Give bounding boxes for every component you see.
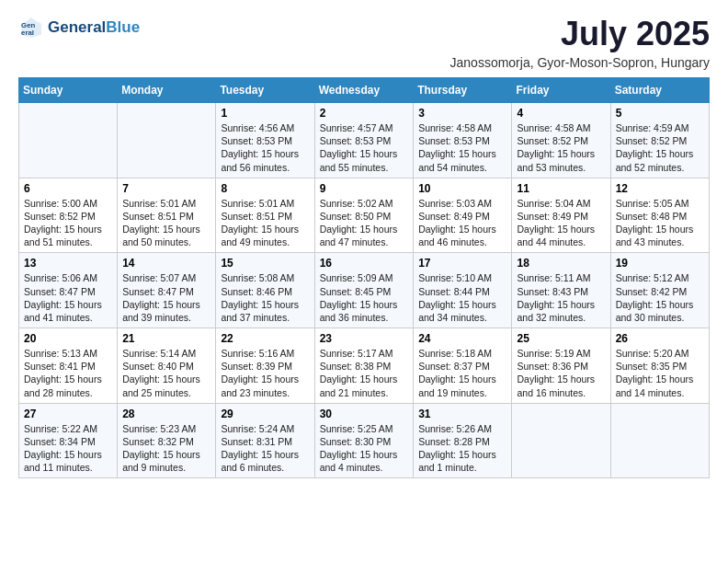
cell-content: Sunrise: 5:08 AMSunset: 8:46 PMDaylight:…	[221, 271, 309, 324]
cell-content: Sunrise: 4:58 AMSunset: 8:52 PMDaylight:…	[517, 121, 605, 174]
cell-content: Sunrise: 5:04 AMSunset: 8:49 PMDaylight:…	[517, 197, 605, 249]
calendar-cell: 1Sunrise: 4:56 AMSunset: 8:53 PMDaylight…	[216, 103, 314, 178]
calendar-cell	[118, 103, 216, 178]
calendar-cell: 23Sunrise: 5:17 AMSunset: 8:38 PMDayligh…	[314, 328, 414, 404]
cell-content: Sunrise: 4:57 AMSunset: 8:53 PMDaylight:…	[320, 121, 409, 174]
calendar-cell: 8Sunrise: 5:01 AMSunset: 8:51 PMDaylight…	[216, 178, 314, 253]
logo: Gen eral GeneralBlue	[18, 15, 140, 40]
column-header-saturday: Saturday	[610, 78, 709, 103]
calendar-cell: 26Sunrise: 5:20 AMSunset: 8:35 PMDayligh…	[610, 328, 709, 404]
day-number: 6	[24, 182, 112, 195]
day-number: 7	[122, 182, 210, 195]
column-header-monday: Monday	[118, 78, 216, 103]
cell-content: Sunrise: 5:18 AMSunset: 8:37 PMDaylight:…	[418, 347, 506, 399]
cell-content: Sunrise: 5:20 AMSunset: 8:35 PMDaylight:…	[616, 347, 704, 399]
calendar-cell: 29Sunrise: 5:24 AMSunset: 8:31 PMDayligh…	[216, 403, 314, 478]
cell-content: Sunrise: 5:10 AMSunset: 8:44 PMDaylight:…	[418, 271, 506, 324]
calendar-cell: 3Sunrise: 4:58 AMSunset: 8:53 PMDaylight…	[414, 103, 512, 178]
day-number: 4	[517, 107, 605, 120]
day-number: 31	[418, 408, 506, 420]
cell-content: Sunrise: 5:22 AMSunset: 8:34 PMDaylight:…	[24, 422, 112, 475]
calendar-week-2: 6Sunrise: 5:00 AMSunset: 8:52 PMDaylight…	[19, 178, 710, 253]
cell-content: Sunrise: 5:01 AMSunset: 8:51 PMDaylight:…	[221, 197, 309, 249]
calendar-cell: 11Sunrise: 5:04 AMSunset: 8:49 PMDayligh…	[512, 178, 610, 253]
day-number: 10	[418, 182, 506, 195]
cell-content: Sunrise: 5:26 AMSunset: 8:28 PMDaylight:…	[418, 422, 506, 475]
day-number: 18	[517, 257, 605, 270]
calendar-cell: 25Sunrise: 5:19 AMSunset: 8:36 PMDayligh…	[512, 328, 610, 404]
day-number: 29	[221, 408, 309, 420]
column-header-sunday: Sunday	[19, 78, 118, 103]
day-number: 30	[320, 408, 409, 420]
cell-content: Sunrise: 5:01 AMSunset: 8:51 PMDaylight:…	[122, 197, 210, 249]
day-number: 8	[221, 182, 309, 195]
day-number: 9	[320, 182, 409, 195]
calendar-cell	[610, 403, 709, 478]
cell-content: Sunrise: 5:17 AMSunset: 8:38 PMDaylight:…	[320, 347, 409, 399]
calendar-body: 1Sunrise: 4:56 AMSunset: 8:53 PMDaylight…	[19, 103, 710, 478]
calendar-cell	[512, 403, 610, 478]
day-number: 20	[24, 332, 112, 345]
cell-content: Sunrise: 5:03 AMSunset: 8:49 PMDaylight:…	[418, 197, 506, 249]
calendar-cell: 31Sunrise: 5:26 AMSunset: 8:28 PMDayligh…	[414, 403, 512, 478]
day-number: 2	[320, 107, 409, 120]
day-number: 28	[122, 408, 210, 420]
cell-content: Sunrise: 5:13 AMSunset: 8:41 PMDaylight:…	[24, 347, 112, 399]
calendar-cell: 15Sunrise: 5:08 AMSunset: 8:46 PMDayligh…	[216, 253, 314, 328]
day-number: 25	[517, 332, 605, 345]
calendar-week-4: 20Sunrise: 5:13 AMSunset: 8:41 PMDayligh…	[19, 328, 710, 404]
calendar-header: SundayMondayTuesdayWednesdayThursdayFrid…	[19, 78, 710, 103]
calendar-week-3: 13Sunrise: 5:06 AMSunset: 8:47 PMDayligh…	[19, 253, 710, 328]
day-number: 14	[122, 257, 210, 270]
day-number: 23	[320, 332, 409, 345]
day-number: 16	[320, 257, 409, 270]
cell-content: Sunrise: 4:58 AMSunset: 8:53 PMDaylight:…	[418, 121, 506, 174]
day-number: 1	[221, 107, 309, 120]
day-number: 15	[221, 257, 309, 270]
cell-content: Sunrise: 5:24 AMSunset: 8:31 PMDaylight:…	[221, 422, 309, 475]
cell-content: Sunrise: 5:02 AMSunset: 8:50 PMDaylight:…	[320, 197, 409, 249]
calendar-cell: 13Sunrise: 5:06 AMSunset: 8:47 PMDayligh…	[19, 253, 118, 328]
day-number: 17	[418, 257, 506, 270]
title-block: July 2025 Janossomorja, Gyor-Moson-Sopro…	[450, 15, 710, 70]
calendar-cell	[19, 103, 118, 178]
day-number: 5	[616, 107, 704, 120]
calendar-cell: 22Sunrise: 5:16 AMSunset: 8:39 PMDayligh…	[216, 328, 314, 404]
calendar-week-1: 1Sunrise: 4:56 AMSunset: 8:53 PMDaylight…	[19, 103, 710, 178]
cell-content: Sunrise: 5:19 AMSunset: 8:36 PMDaylight:…	[517, 347, 605, 399]
day-number: 19	[616, 257, 704, 270]
cell-content: Sunrise: 5:23 AMSunset: 8:32 PMDaylight:…	[122, 422, 210, 475]
month-title: July 2025	[450, 15, 710, 53]
cell-content: Sunrise: 4:56 AMSunset: 8:53 PMDaylight:…	[221, 121, 309, 174]
day-number: 22	[221, 332, 309, 345]
day-number: 21	[122, 332, 210, 345]
day-number: 12	[616, 182, 704, 195]
cell-content: Sunrise: 5:11 AMSunset: 8:43 PMDaylight:…	[517, 271, 605, 324]
column-header-tuesday: Tuesday	[216, 78, 314, 103]
cell-content: Sunrise: 5:16 AMSunset: 8:39 PMDaylight:…	[221, 347, 309, 399]
calendar-cell: 5Sunrise: 4:59 AMSunset: 8:52 PMDaylight…	[610, 103, 709, 178]
column-header-thursday: Thursday	[414, 78, 512, 103]
cell-content: Sunrise: 5:14 AMSunset: 8:40 PMDaylight:…	[122, 347, 210, 399]
day-number: 11	[517, 182, 605, 195]
calendar-cell: 9Sunrise: 5:02 AMSunset: 8:50 PMDaylight…	[314, 178, 414, 253]
cell-content: Sunrise: 5:00 AMSunset: 8:52 PMDaylight:…	[24, 197, 112, 249]
svg-text:eral: eral	[21, 29, 34, 37]
calendar-cell: 27Sunrise: 5:22 AMSunset: 8:34 PMDayligh…	[19, 403, 118, 478]
calendar-cell: 2Sunrise: 4:57 AMSunset: 8:53 PMDaylight…	[314, 103, 414, 178]
calendar-cell: 14Sunrise: 5:07 AMSunset: 8:47 PMDayligh…	[118, 253, 216, 328]
calendar-cell: 20Sunrise: 5:13 AMSunset: 8:41 PMDayligh…	[19, 328, 118, 404]
day-number: 3	[418, 107, 506, 120]
calendar-week-5: 27Sunrise: 5:22 AMSunset: 8:34 PMDayligh…	[19, 403, 710, 478]
calendar-cell: 19Sunrise: 5:12 AMSunset: 8:42 PMDayligh…	[610, 253, 709, 328]
calendar-cell: 7Sunrise: 5:01 AMSunset: 8:51 PMDaylight…	[118, 178, 216, 253]
cell-content: Sunrise: 5:09 AMSunset: 8:45 PMDaylight:…	[320, 271, 409, 324]
calendar-cell: 10Sunrise: 5:03 AMSunset: 8:49 PMDayligh…	[414, 178, 512, 253]
day-number: 24	[418, 332, 506, 345]
page-header: Gen eral GeneralBlue July 2025 Janossomo…	[18, 15, 710, 70]
column-header-friday: Friday	[512, 78, 610, 103]
calendar-cell: 12Sunrise: 5:05 AMSunset: 8:48 PMDayligh…	[610, 178, 709, 253]
calendar-cell: 30Sunrise: 5:25 AMSunset: 8:30 PMDayligh…	[314, 403, 414, 478]
calendar-table: SundayMondayTuesdayWednesdayThursdayFrid…	[18, 77, 710, 478]
logo-icon: Gen eral	[18, 15, 44, 40]
